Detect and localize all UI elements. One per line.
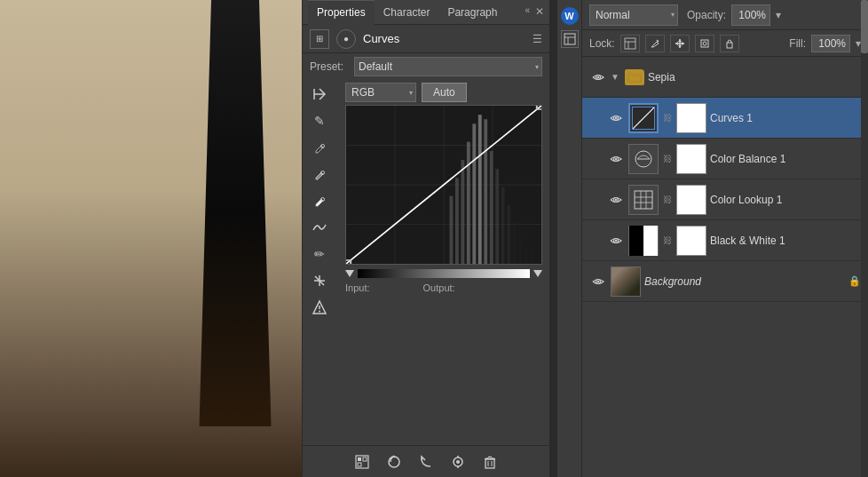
layer-item-sepia[interactable]: ▼ Sepia: [582, 57, 868, 98]
layer-name-curves1: Curves 1: [710, 112, 861, 124]
layer-visibility-colorlookup1[interactable]: [607, 191, 625, 209]
fill-label: Fill:: [789, 37, 806, 50]
gradient-left-triangle[interactable]: [345, 270, 354, 277]
smooth-curve-button[interactable]: [307, 215, 332, 240]
w-badge: W: [561, 7, 579, 25]
svg-marker-60: [675, 42, 678, 45]
panel-scrollbar[interactable]: [861, 0, 868, 477]
draw-tool-button[interactable]: ✏: [307, 242, 332, 266]
canvas-figure: [195, 0, 275, 426]
delete-adjustment-button[interactable]: [477, 449, 502, 474]
blend-mode-select[interactable]: Normal Multiply Screen: [589, 4, 678, 26]
curves-svg: [346, 106, 541, 264]
svg-rect-17: [461, 160, 464, 264]
layer-item-background[interactable]: Background 🔒: [582, 261, 868, 302]
group-folder-icon: [625, 69, 644, 85]
fill-input[interactable]: [811, 35, 850, 52]
colorlookup1-mask: [676, 185, 706, 215]
curves-content: ✎: [303, 80, 549, 445]
pencil-tool-button[interactable]: ✎: [307, 108, 332, 133]
auto-button[interactable]: Auto: [422, 83, 467, 102]
eyedropper-black-button[interactable]: [307, 135, 332, 160]
lock-move-button[interactable]: [670, 35, 690, 52]
curves-graph[interactable]: [345, 105, 542, 265]
layer-item-curves1[interactable]: ⛓ Curves 1: [582, 98, 868, 139]
view-adjustment-button[interactable]: [446, 449, 470, 474]
tab-properties[interactable]: Properties: [308, 0, 375, 25]
tab-paragraph[interactable]: Paragraph: [438, 0, 506, 25]
svg-rect-25: [507, 205, 510, 264]
channel-select-wrapper: RGB Red Green Blue ▾: [345, 83, 416, 102]
layer-item-colorlookup1[interactable]: ⛓ Color Lookup 1: [582, 179, 868, 220]
svg-rect-26: [513, 223, 517, 264]
opacity-label: Opacity:: [687, 9, 726, 21]
panel-menu-button[interactable]: ☰: [533, 33, 542, 45]
undo-adjustment-button[interactable]: [414, 449, 438, 474]
curves1-mask: [676, 103, 706, 133]
layer-chain-colorlookup1: ⛓: [662, 195, 673, 204]
panel-collapse-button[interactable]: «: [525, 5, 530, 15]
svg-rect-18: [467, 142, 470, 264]
panel-title-bar: ⊞ ● Curves ☰: [303, 25, 549, 53]
reset-adjustment-button[interactable]: [382, 449, 406, 474]
panel-divider: [550, 0, 557, 477]
canvas-area: [0, 0, 302, 477]
adjust-tool-button[interactable]: [307, 268, 332, 293]
svg-rect-27: [518, 236, 522, 264]
warning-tool-button[interactable]: [307, 295, 332, 320]
group-expand-arrow[interactable]: ▼: [611, 72, 619, 82]
lock-pixels-button[interactable]: [620, 35, 640, 52]
layer-name-sepia: Sepia: [648, 71, 861, 83]
preset-select-wrapper: Default ▾: [354, 57, 542, 76]
layer-item-colorbalance1[interactable]: ⛓ Color Balance 1: [582, 139, 868, 179]
layer-visibility-colorbalance1[interactable]: [607, 150, 625, 168]
layer-visibility-background[interactable]: [589, 273, 607, 290]
layer-name-blackwhite1: Black & White 1: [710, 235, 861, 247]
layer-visibility-blackwhite1[interactable]: [607, 232, 625, 250]
layer-visibility-curves1[interactable]: [607, 109, 625, 127]
svg-rect-62: [701, 40, 708, 47]
lock-artboard-button[interactable]: [695, 35, 714, 52]
layer-name-colorbalance1: Color Balance 1: [710, 153, 861, 165]
tools-column: ✎: [303, 80, 336, 320]
lock-label: Lock:: [589, 37, 615, 50]
svg-rect-24: [501, 187, 505, 264]
preset-select[interactable]: Default: [354, 57, 542, 76]
layer-chain-blackwhite1: ⛓: [662, 235, 673, 245]
opacity-input[interactable]: [731, 4, 770, 26]
layer-chain-curves1: ⛓: [662, 113, 673, 123]
lock-draw-button[interactable]: [645, 35, 665, 52]
gradient-right-triangle[interactable]: [533, 270, 542, 277]
svg-rect-21: [484, 119, 487, 264]
eyedropper-white-button[interactable]: [307, 188, 332, 213]
svg-rect-34: [358, 457, 361, 461]
curves-circle-icon[interactable]: ●: [336, 29, 356, 49]
svg-rect-22: [490, 151, 493, 264]
layer-thumbnail-icon[interactable]: [561, 30, 579, 48]
layer-visibility-sepia[interactable]: [589, 68, 607, 86]
eyedropper-gray-button[interactable]: [307, 162, 332, 187]
svg-rect-43: [485, 459, 494, 468]
layer-item-blackwhite1[interactable]: ⛓ Black & White 1: [582, 220, 868, 261]
icon-sidebar: W: [557, 0, 582, 477]
lock-all-button[interactable]: [720, 35, 739, 52]
layers-lock-bar: Lock:: [582, 30, 868, 57]
panel-scrollbar-thumb[interactable]: [861, 0, 868, 53]
svg-point-7: [319, 311, 320, 313]
curves1-thumbnail: [628, 103, 659, 133]
layers-list: ▼ Sepia: [582, 57, 868, 477]
add-adjustment-button[interactable]: [350, 449, 375, 474]
svg-marker-59: [678, 45, 682, 48]
channel-select[interactable]: RGB Red Green Blue: [345, 83, 416, 102]
curves-grid-icon[interactable]: ⊞: [310, 29, 329, 49]
tab-character[interactable]: Character: [375, 0, 439, 25]
blackwhite1-thumbnail: [628, 226, 659, 256]
svg-rect-78: [635, 191, 652, 209]
panel-close-button[interactable]: ✕: [535, 5, 544, 18]
panel-tab-bar: Properties Character Paragraph « ✕: [303, 0, 549, 25]
svg-rect-35: [363, 457, 367, 461]
panel-bottom-toolbar: [303, 445, 549, 477]
opacity-arrow-icon[interactable]: ▾: [776, 9, 781, 21]
colorbalance1-mask: [676, 144, 706, 174]
reset-tool-button[interactable]: [307, 82, 332, 107]
